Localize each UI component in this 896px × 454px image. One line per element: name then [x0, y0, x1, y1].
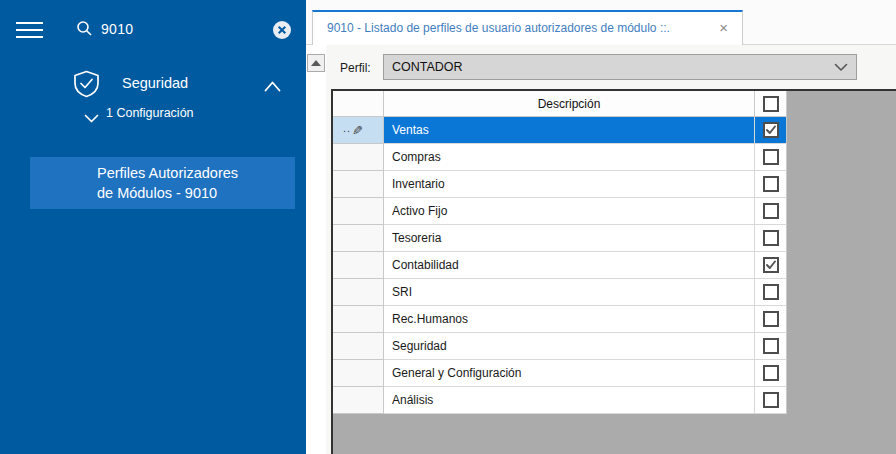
selected-item-line2: de Módulos - 9010 — [97, 183, 295, 203]
row-checkbox-cell[interactable] — [755, 387, 787, 414]
row-description[interactable]: Contabilidad — [384, 252, 755, 279]
profile-label: Perfil: — [340, 61, 371, 75]
profile-dropdown-value: CONTADOR — [392, 60, 463, 74]
row-checkbox-cell[interactable] — [755, 360, 787, 387]
row-checkbox-cell[interactable] — [755, 144, 787, 171]
hamburger-menu-icon[interactable] — [16, 21, 43, 39]
grid-header-row: Descripción — [333, 91, 787, 117]
row-indicator-cell — [333, 252, 384, 279]
table-row[interactable]: Compras — [333, 144, 787, 171]
row-checkbox-cell[interactable] — [755, 279, 787, 306]
row-description[interactable]: Análisis — [384, 387, 755, 414]
row-description[interactable]: Rec.Humanos — [384, 306, 755, 333]
chevron-down-icon[interactable] — [84, 109, 99, 127]
selected-item-line1: Perfiles Autorizadores — [97, 163, 295, 183]
tab-title: 9010 - Listado de perfiles de usuario au… — [327, 21, 670, 35]
table-row[interactable]: Inventario — [333, 171, 787, 198]
row-indicator-cell — [333, 306, 384, 333]
sidebar-section-label: Seguridad — [122, 75, 188, 91]
row-checkbox-cell[interactable] — [755, 117, 787, 144]
scroll-up-icon — [311, 60, 321, 66]
row-checkbox-cell[interactable] — [755, 198, 787, 225]
row-description[interactable]: Ventas — [384, 117, 755, 144]
edit-pencil-icon: ✎ — [352, 124, 363, 137]
row-checkbox-cell[interactable] — [755, 333, 787, 360]
select-all-header-cell[interactable] — [755, 91, 787, 117]
select-all-checkbox[interactable] — [763, 96, 779, 112]
row-description[interactable]: Inventario — [384, 171, 755, 198]
row-description[interactable]: Activo Fijo — [384, 198, 755, 225]
table-row[interactable]: Activo Fijo — [333, 198, 787, 225]
checkbox-unchecked-icon[interactable] — [763, 392, 779, 408]
tab-listado-perfiles[interactable]: 9010 - Listado de perfiles de usuario au… — [312, 10, 743, 45]
row-indicator-header — [333, 91, 384, 117]
sidebar-item-seguridad[interactable]: Seguridad — [0, 68, 306, 102]
checkbox-unchecked-icon[interactable] — [763, 284, 779, 300]
checkbox-unchecked-icon[interactable] — [763, 176, 779, 192]
row-description[interactable]: General y Configuración — [384, 360, 755, 387]
focus-dots: .. — [343, 122, 351, 134]
row-indicator-cell — [333, 333, 384, 360]
tab-close-icon[interactable]: × — [717, 20, 730, 35]
table-row[interactable]: General y Configuración — [333, 360, 787, 387]
scroll-up-button[interactable] — [307, 54, 325, 72]
search-icon — [76, 20, 93, 37]
shield-check-icon — [73, 70, 100, 102]
table-row[interactable]: Seguridad — [333, 333, 787, 360]
checkbox-checked-icon[interactable] — [763, 122, 779, 138]
row-indicator-cell: ..✎ — [333, 117, 384, 144]
clear-search-icon[interactable] — [272, 20, 292, 40]
row-description[interactable]: Tesoreria — [384, 225, 755, 252]
row-description[interactable]: Compras — [384, 144, 755, 171]
sidebar: 9010 Seguridad — [0, 0, 306, 454]
sidebar-item-perfiles-autorizadores[interactable]: Perfiles Autorizadores de Módulos - 9010 — [30, 157, 295, 209]
sidebar-search[interactable]: 9010 — [76, 20, 133, 37]
grid-cells: Descripción ..✎VentasComprasInventarioAc… — [333, 91, 787, 414]
row-indicator-cell — [333, 387, 384, 414]
table-row[interactable]: Contabilidad — [333, 252, 787, 279]
search-input[interactable]: 9010 — [101, 21, 133, 37]
checkbox-unchecked-icon[interactable] — [763, 149, 779, 165]
checkbox-unchecked-icon[interactable] — [763, 338, 779, 354]
vertical-scrollbar[interactable] — [306, 45, 326, 454]
row-checkbox-cell[interactable] — [755, 252, 787, 279]
checkbox-unchecked-icon[interactable] — [763, 203, 779, 219]
sidebar-item-configuracion[interactable]: 1 Configuración — [0, 103, 306, 125]
checkbox-unchecked-icon[interactable] — [763, 311, 779, 327]
row-indicator-cell — [333, 279, 384, 306]
grid-rows: ..✎VentasComprasInventarioActivo FijoTes… — [333, 117, 787, 414]
app-window: 9010 Seguridad — [0, 0, 896, 454]
row-description[interactable]: Seguridad — [384, 333, 755, 360]
row-indicator-cell — [333, 144, 384, 171]
row-checkbox-cell[interactable] — [755, 306, 787, 333]
tab-bar: 9010 - Listado de perfiles de usuario au… — [306, 0, 896, 45]
table-row[interactable]: Rec.Humanos — [333, 306, 787, 333]
table-row[interactable]: ..✎Ventas — [333, 117, 787, 144]
checkbox-unchecked-icon[interactable] — [763, 365, 779, 381]
profile-dropdown[interactable]: CONTADOR — [383, 54, 857, 80]
description-column-header[interactable]: Descripción — [384, 91, 755, 117]
checkbox-unchecked-icon[interactable] — [763, 230, 779, 246]
checkbox-checked-icon[interactable] — [763, 257, 779, 273]
row-indicator-cell — [333, 171, 384, 198]
content-panel: Perfil: CONTADOR Descripción ..✎VentasCo… — [326, 45, 896, 454]
table-row[interactable]: Análisis — [333, 387, 787, 414]
row-indicator-cell — [333, 360, 384, 387]
row-indicator-cell — [333, 225, 384, 252]
dropdown-chevron-icon[interactable] — [834, 63, 848, 72]
row-checkbox-cell[interactable] — [755, 225, 787, 252]
row-checkbox-cell[interactable] — [755, 171, 787, 198]
row-indicator-cell — [333, 198, 384, 225]
modules-grid: Descripción ..✎VentasComprasInventarioAc… — [331, 89, 896, 454]
chevron-up-icon[interactable] — [264, 78, 281, 96]
sidebar-subsection-label: 1 Configuración — [106, 106, 194, 120]
table-row[interactable]: Tesoreria — [333, 225, 787, 252]
row-description[interactable]: SRI — [384, 279, 755, 306]
table-row[interactable]: SRI — [333, 279, 787, 306]
